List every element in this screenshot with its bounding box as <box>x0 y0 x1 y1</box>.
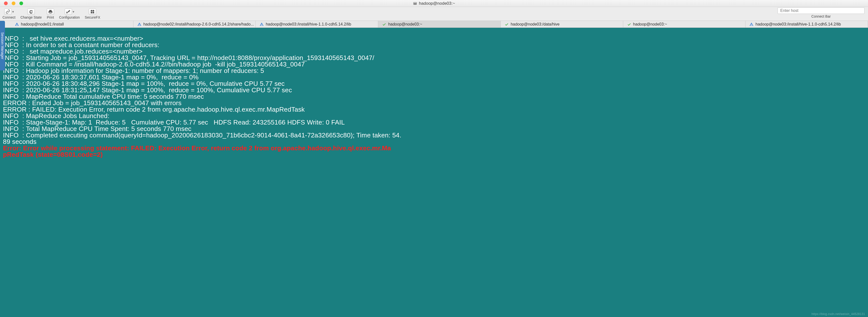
tab-label: hadoop@node03:~ <box>633 22 667 27</box>
configuration-button[interactable]: ▾ Configuration <box>57 7 82 21</box>
link-icon <box>6 9 10 14</box>
svg-rect-2 <box>91 10 92 11</box>
window-controls <box>0 1 23 5</box>
terminal-output[interactable]: INFO : set hive.exec.reducers.max=<numbe… <box>0 28 868 317</box>
connect-bar-label: Connect Bar <box>811 14 831 19</box>
session-tab[interactable]: hadoop@node02:/install/hadoop-2.6.0-cdh5… <box>133 21 256 28</box>
print-label: Print <box>47 15 54 19</box>
tab-label: hadoop@node03:/install/hive-1.1.0-cdh5.1… <box>266 22 351 27</box>
configuration-label: Configuration <box>59 15 80 19</box>
securefx-button[interactable]: SecureFX <box>82 7 103 21</box>
connect-label: Connect <box>2 15 16 19</box>
session-tab[interactable]: hadoop@node03:~ <box>623 21 746 28</box>
session-tab[interactable]: hadoop@node03:/install/hive-1.1.0-cdh5.1… <box>256 21 378 28</box>
session-tab[interactable]: hadoop@node03:~ <box>378 21 501 28</box>
window-title: hadoop@node03:~ <box>413 1 455 6</box>
session-tab[interactable]: hadoop@node03:/install/hive-1.1.0-cdh5.1… <box>745 21 868 28</box>
tab-label: hadoop@node01:/install <box>21 22 64 27</box>
securefx-label: SecureFX <box>85 15 100 19</box>
printer-icon <box>48 9 53 14</box>
terminal-icon <box>413 1 417 5</box>
tab-label: hadoop@node02:/install/hadoop-2.6.0-cdh5… <box>144 22 254 27</box>
session-tab[interactable]: hadoop@node03:/data/hive <box>501 21 623 28</box>
host-input[interactable] <box>778 7 865 14</box>
toolbar: ▾ Connect Change State Print ▾ Configura… <box>0 7 868 21</box>
tab-label: hadoop@node03:/install/hive-1.1.0-cdh5.1… <box>755 22 841 27</box>
refresh-icon <box>29 9 33 14</box>
window-title-text: hadoop@node03:~ <box>419 1 455 6</box>
print-button[interactable]: Print <box>44 7 57 21</box>
tab-label: hadoop@node03:~ <box>388 22 422 27</box>
terminal-text: INFO : set hive.exec.reducers.max=<numbe… <box>3 35 865 158</box>
grid-icon <box>90 9 95 14</box>
svg-rect-1 <box>413 2 416 3</box>
change-state-button[interactable]: Change State <box>18 7 44 21</box>
connect-bar: Connect Bar <box>774 7 868 21</box>
svg-rect-5 <box>93 12 94 13</box>
maximize-window-button[interactable] <box>20 1 23 5</box>
minimize-window-button[interactable] <box>12 1 16 5</box>
tools-icon <box>66 9 70 14</box>
session-tab[interactable]: hadoop@node01:/install <box>6 21 133 28</box>
window-titlebar: hadoop@node03:~ <box>0 0 868 7</box>
tab-label: hadoop@node03:/data/hive <box>511 22 560 27</box>
session-manager-handle[interactable]: Session Manager <box>0 21 5 70</box>
session-tabs: Session Manager hadoop@node01:/installha… <box>0 21 868 28</box>
svg-rect-3 <box>93 10 94 11</box>
watermark-text: https://blog.csdn.net/weixin_44528131 <box>812 313 865 316</box>
change-state-label: Change State <box>20 15 42 19</box>
svg-rect-4 <box>91 12 92 13</box>
close-window-button[interactable] <box>4 1 8 5</box>
connect-button[interactable]: ▾ Connect <box>0 7 18 21</box>
